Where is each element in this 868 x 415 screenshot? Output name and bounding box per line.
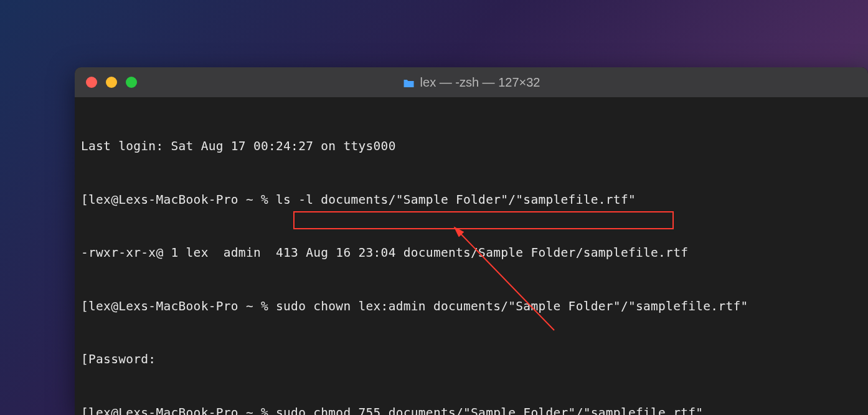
terminal-line: [Password: (81, 351, 862, 369)
terminal-line: -rwxr-xr-x@ 1 lex admin 413 Aug 16 23:04… (81, 244, 862, 262)
terminal-line: Last login: Sat Aug 17 00:24:27 on ttys0… (81, 138, 862, 156)
title-bar: lex — -zsh — 127×32 (75, 67, 868, 97)
traffic-lights (86, 77, 137, 88)
terminal-content[interactable]: Last login: Sat Aug 17 00:24:27 on ttys0… (75, 97, 868, 415)
close-button[interactable] (86, 77, 97, 88)
window-title-text: lex — -zsh — 127×32 (420, 75, 540, 90)
terminal-window: lex — -zsh — 127×32 Last login: Sat Aug … (75, 67, 868, 415)
terminal-line: [lex@Lexs-MacBook-Pro ~ % sudo chmod 755… (81, 404, 862, 416)
terminal-line: [lex@Lexs-MacBook-Pro ~ % ls -l document… (81, 191, 862, 209)
terminal-line: [lex@Lexs-MacBook-Pro ~ % sudo chown lex… (81, 298, 862, 316)
maximize-button[interactable] (126, 77, 137, 88)
minimize-button[interactable] (106, 77, 117, 88)
folder-icon (403, 77, 415, 87)
window-title: lex — -zsh — 127×32 (403, 75, 540, 90)
